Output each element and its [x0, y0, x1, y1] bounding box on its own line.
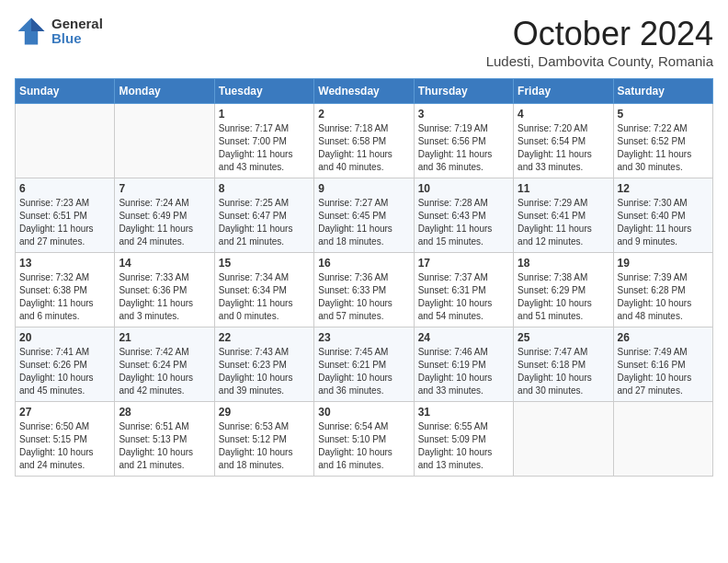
- calendar-cell: 17Sunrise: 7:37 AMSunset: 6:31 PMDayligh…: [414, 253, 513, 327]
- weekday-header-saturday: Saturday: [613, 79, 712, 104]
- calendar-cell: 20Sunrise: 7:41 AMSunset: 6:26 PMDayligh…: [16, 327, 115, 402]
- day-info: Sunrise: 7:38 AMSunset: 6:29 PMDaylight:…: [518, 271, 609, 323]
- calendar-cell: 29Sunrise: 6:53 AMSunset: 5:12 PMDayligh…: [214, 402, 313, 477]
- calendar-cell: 4Sunrise: 7:20 AMSunset: 6:54 PMDaylight…: [514, 104, 613, 178]
- day-info: Sunrise: 7:33 AMSunset: 6:36 PMDaylight:…: [119, 271, 210, 323]
- day-number: 5: [618, 108, 709, 121]
- day-info: Sunrise: 7:29 AMSunset: 6:41 PMDaylight:…: [518, 197, 609, 248]
- calendar-cell: [115, 104, 214, 178]
- day-number: 28: [119, 406, 210, 419]
- day-number: 3: [418, 108, 509, 121]
- day-info: Sunrise: 7:18 AMSunset: 6:58 PMDaylight:…: [318, 122, 409, 174]
- day-info: Sunrise: 7:20 AMSunset: 6:54 PMDaylight:…: [518, 122, 609, 174]
- weekday-header-wednesday: Wednesday: [314, 79, 414, 104]
- calendar-week-row: 1Sunrise: 7:17 AMSunset: 7:00 PMDaylight…: [16, 104, 713, 178]
- day-info: Sunrise: 7:24 AMSunset: 6:49 PMDaylight:…: [119, 197, 210, 248]
- calendar-week-row: 6Sunrise: 7:23 AMSunset: 6:51 PMDaylight…: [16, 178, 713, 253]
- day-number: 21: [119, 331, 210, 344]
- day-info: Sunrise: 7:27 AMSunset: 6:45 PMDaylight:…: [318, 197, 409, 248]
- day-info: Sunrise: 7:28 AMSunset: 6:43 PMDaylight:…: [418, 197, 509, 248]
- calendar-cell: 24Sunrise: 7:46 AMSunset: 6:19 PMDayligh…: [414, 327, 513, 402]
- day-number: 27: [19, 406, 110, 419]
- weekday-header-monday: Monday: [115, 79, 214, 104]
- day-number: 8: [219, 182, 310, 195]
- day-number: 1: [219, 108, 310, 121]
- location-text: Ludesti, Dambovita County, Romania: [486, 53, 713, 69]
- logo: General Blue: [15, 15, 103, 48]
- day-number: 20: [19, 331, 110, 344]
- day-number: 19: [618, 257, 709, 270]
- calendar-cell: [16, 104, 115, 178]
- day-info: Sunrise: 7:37 AMSunset: 6:31 PMDaylight:…: [418, 271, 509, 323]
- day-number: 24: [418, 331, 509, 344]
- day-number: 6: [19, 182, 110, 195]
- calendar-week-row: 20Sunrise: 7:41 AMSunset: 6:26 PMDayligh…: [16, 327, 713, 402]
- day-info: Sunrise: 7:39 AMSunset: 6:28 PMDaylight:…: [618, 271, 709, 323]
- day-info: Sunrise: 7:42 AMSunset: 6:24 PMDaylight:…: [119, 346, 210, 397]
- calendar-cell: 12Sunrise: 7:30 AMSunset: 6:40 PMDayligh…: [613, 178, 712, 253]
- weekday-header-friday: Friday: [514, 79, 613, 104]
- logo-general-text: General: [51, 17, 103, 32]
- day-info: Sunrise: 7:34 AMSunset: 6:34 PMDaylight:…: [219, 271, 310, 323]
- calendar-cell: 30Sunrise: 6:54 AMSunset: 5:10 PMDayligh…: [314, 402, 414, 477]
- calendar-cell: 21Sunrise: 7:42 AMSunset: 6:24 PMDayligh…: [115, 327, 214, 402]
- day-number: 22: [219, 331, 310, 344]
- calendar-cell: 1Sunrise: 7:17 AMSunset: 7:00 PMDaylight…: [214, 104, 313, 178]
- day-info: Sunrise: 7:32 AMSunset: 6:38 PMDaylight:…: [19, 271, 110, 323]
- calendar-cell: 7Sunrise: 7:24 AMSunset: 6:49 PMDaylight…: [115, 178, 214, 253]
- day-number: 29: [219, 406, 310, 419]
- calendar-table: SundayMondayTuesdayWednesdayThursdayFrid…: [15, 78, 713, 477]
- day-info: Sunrise: 7:49 AMSunset: 6:16 PMDaylight:…: [618, 346, 709, 397]
- day-info: Sunrise: 7:41 AMSunset: 6:26 PMDaylight:…: [19, 346, 110, 397]
- calendar-cell: 25Sunrise: 7:47 AMSunset: 6:18 PMDayligh…: [514, 327, 613, 402]
- calendar-cell: 9Sunrise: 7:27 AMSunset: 6:45 PMDaylight…: [314, 178, 414, 253]
- calendar-cell: [613, 402, 712, 477]
- day-info: Sunrise: 6:51 AMSunset: 5:13 PMDaylight:…: [119, 420, 210, 472]
- day-info: Sunrise: 7:30 AMSunset: 6:40 PMDaylight:…: [618, 197, 709, 248]
- svg-marker-1: [31, 18, 44, 31]
- calendar-cell: 15Sunrise: 7:34 AMSunset: 6:34 PMDayligh…: [214, 253, 313, 327]
- day-info: Sunrise: 6:54 AMSunset: 5:10 PMDaylight:…: [318, 420, 409, 472]
- logo-text: General Blue: [51, 17, 103, 47]
- day-info: Sunrise: 6:55 AMSunset: 5:09 PMDaylight:…: [418, 420, 509, 472]
- day-number: 4: [518, 108, 609, 121]
- day-info: Sunrise: 7:36 AMSunset: 6:33 PMDaylight:…: [318, 271, 409, 323]
- logo-icon: [15, 15, 48, 48]
- day-number: 10: [418, 182, 509, 195]
- calendar-cell: 31Sunrise: 6:55 AMSunset: 5:09 PMDayligh…: [414, 402, 513, 477]
- page-header: General Blue October 2024 Ludesti, Dambo…: [15, 15, 713, 69]
- day-info: Sunrise: 7:22 AMSunset: 6:52 PMDaylight:…: [618, 122, 709, 174]
- weekday-header-sunday: Sunday: [16, 79, 115, 104]
- calendar-cell: 23Sunrise: 7:45 AMSunset: 6:21 PMDayligh…: [314, 327, 414, 402]
- calendar-cell: 11Sunrise: 7:29 AMSunset: 6:41 PMDayligh…: [514, 178, 613, 253]
- day-info: Sunrise: 7:19 AMSunset: 6:56 PMDaylight:…: [418, 122, 509, 174]
- day-number: 13: [19, 257, 110, 270]
- day-info: Sunrise: 7:23 AMSunset: 6:51 PMDaylight:…: [19, 197, 110, 248]
- day-number: 9: [318, 182, 409, 195]
- calendar-cell: 22Sunrise: 7:43 AMSunset: 6:23 PMDayligh…: [214, 327, 313, 402]
- day-info: Sunrise: 7:45 AMSunset: 6:21 PMDaylight:…: [318, 346, 409, 397]
- calendar-week-row: 27Sunrise: 6:50 AMSunset: 5:15 PMDayligh…: [16, 402, 713, 477]
- calendar-cell: 28Sunrise: 6:51 AMSunset: 5:13 PMDayligh…: [115, 402, 214, 477]
- weekday-header-thursday: Thursday: [414, 79, 513, 104]
- day-number: 30: [318, 406, 409, 419]
- logo-blue-text: Blue: [51, 31, 103, 47]
- day-number: 31: [418, 406, 509, 419]
- day-number: 16: [318, 257, 409, 270]
- day-number: 12: [618, 182, 709, 195]
- day-info: Sunrise: 7:46 AMSunset: 6:19 PMDaylight:…: [418, 346, 509, 397]
- day-info: Sunrise: 7:43 AMSunset: 6:23 PMDaylight:…: [219, 346, 310, 397]
- day-number: 7: [119, 182, 210, 195]
- calendar-cell: 16Sunrise: 7:36 AMSunset: 6:33 PMDayligh…: [314, 253, 414, 327]
- calendar-cell: 5Sunrise: 7:22 AMSunset: 6:52 PMDaylight…: [613, 104, 712, 178]
- month-title: October 2024: [486, 15, 713, 53]
- day-number: 18: [518, 257, 609, 270]
- day-number: 14: [119, 257, 210, 270]
- calendar-cell: 2Sunrise: 7:18 AMSunset: 6:58 PMDaylight…: [314, 104, 414, 178]
- day-info: Sunrise: 6:50 AMSunset: 5:15 PMDaylight:…: [19, 420, 110, 472]
- day-number: 11: [518, 182, 609, 195]
- calendar-cell: 3Sunrise: 7:19 AMSunset: 6:56 PMDaylight…: [414, 104, 513, 178]
- calendar-cell: [514, 402, 613, 477]
- day-number: 15: [219, 257, 310, 270]
- calendar-cell: 10Sunrise: 7:28 AMSunset: 6:43 PMDayligh…: [414, 178, 513, 253]
